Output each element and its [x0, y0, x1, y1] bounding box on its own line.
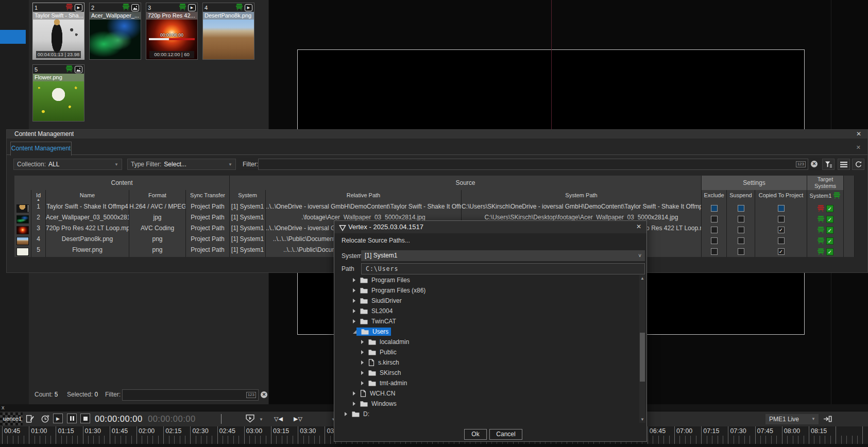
- tab-content-management[interactable]: Content Management: [10, 142, 72, 156]
- row-format[interactable]: AVC Coding: [129, 225, 186, 235]
- exclude-checkbox[interactable]: [711, 216, 718, 222]
- row-name[interactable]: DesertPano8k.png: [46, 235, 129, 246]
- pause-button[interactable]: [67, 414, 77, 423]
- tree-item-s-kirsch[interactable]: s.kirsch: [361, 357, 402, 368]
- row-pad[interactable]: [844, 235, 855, 246]
- row-suspend-cell[interactable]: [727, 235, 755, 246]
- row-suspend-cell[interactable]: [727, 214, 755, 225]
- row-system[interactable]: [1] System1: [230, 235, 266, 246]
- scrollbar-thumb[interactable]: [640, 333, 645, 382]
- cm-filter-input[interactable]: 123: [258, 159, 808, 170]
- sidebar-selected-marker[interactable]: [0, 30, 26, 44]
- chevron-down-icon[interactable]: ▼: [259, 417, 263, 422]
- tree-item-tmt-admin[interactable]: tmt-admin: [361, 378, 410, 388]
- clock-icon[interactable]: [41, 414, 50, 423]
- tree-item-siudidriver[interactable]: SiudiDriver: [353, 296, 404, 306]
- suspend-checkbox[interactable]: [738, 227, 744, 233]
- row-thumbnail[interactable]: [14, 246, 31, 257]
- row-copied-to-project-cell[interactable]: ✓: [755, 246, 807, 257]
- media-filter-clear-icon[interactable]: ✕: [261, 391, 267, 398]
- row-suspend-cell[interactable]: [727, 203, 755, 214]
- ok-button[interactable]: Ok: [464, 429, 487, 440]
- tree-expanded-icon[interactable]: [353, 330, 356, 334]
- row-suspend-cell[interactable]: [727, 225, 755, 235]
- row-copied-to-project-cell[interactable]: [755, 203, 807, 214]
- column-header-copied-to-project[interactable]: Copied To Project: [755, 190, 807, 203]
- row-system[interactable]: [1] System1: [230, 246, 266, 257]
- row-id[interactable]: 3: [31, 225, 46, 235]
- row-name[interactable]: Taylor Swift - Shake It Offmp4: [46, 203, 129, 214]
- column-header-icon[interactable]: [844, 190, 855, 203]
- column-header-system1[interactable]: System1: [807, 190, 844, 203]
- row-thumbnail[interactable]: [14, 214, 31, 225]
- row-target-system[interactable]: ✓: [807, 246, 844, 257]
- row-name[interactable]: 720p Pro Res 422 LT Loop.mp4: [46, 225, 129, 235]
- row-exclude-cell[interactable]: [702, 214, 727, 225]
- copied-to-project-checkbox[interactable]: [778, 205, 785, 212]
- cm-filter-clear-icon[interactable]: ✕: [811, 161, 818, 167]
- suspend-checkbox[interactable]: [738, 248, 744, 255]
- row-name[interactable]: Flower.png: [46, 246, 129, 257]
- tree-item-users[interactable]: Users: [353, 326, 391, 337]
- row-id[interactable]: 1: [31, 203, 46, 214]
- row-sync-transfer[interactable]: Project Path: [186, 225, 230, 235]
- media-tile[interactable]: 00:00:06:003▶720p Pro Res 42...00:00:12:…: [146, 3, 198, 60]
- tree-item-skirsch[interactable]: SKirsch: [361, 368, 403, 378]
- edit-sequence-icon[interactable]: [26, 414, 35, 423]
- column-header-suspend[interactable]: Suspend: [727, 190, 755, 203]
- copied-to-project-checkbox[interactable]: [778, 237, 785, 244]
- filter-funnel-icon[interactable]: [822, 159, 835, 170]
- row-pad[interactable]: [844, 225, 855, 235]
- dock-pin-icon[interactable]: [823, 415, 832, 423]
- numeric-filter-badge[interactable]: 123: [246, 392, 256, 398]
- row-sync-transfer[interactable]: Project Path: [186, 214, 230, 225]
- tree-item-public[interactable]: Public: [361, 347, 399, 357]
- row-id[interactable]: 4: [31, 235, 46, 246]
- cm-tab-close-icon[interactable]: ✕: [856, 144, 861, 150]
- cm-close-icon[interactable]: ✕: [856, 131, 861, 137]
- tree-item-wch-cn[interactable]: WCH.CN: [353, 388, 398, 399]
- column-header-exclude[interactable]: Exclude: [702, 190, 727, 203]
- row-pad[interactable]: [844, 203, 855, 214]
- row-target-system[interactable]: ✓: [807, 225, 844, 235]
- pme-live-dropdown[interactable]: PME1 Live ▼: [765, 414, 819, 424]
- row-exclude-cell[interactable]: [702, 235, 727, 246]
- row-pad[interactable]: [844, 246, 855, 257]
- column-header-id[interactable]: Id▲: [31, 190, 46, 203]
- row-target-system[interactable]: ✓: [807, 235, 844, 246]
- strip-close-icon[interactable]: x: [2, 404, 5, 410]
- tree-item-sl2004[interactable]: SL2004: [353, 306, 395, 316]
- column-header-system[interactable]: System: [230, 190, 266, 203]
- exclude-checkbox[interactable]: [711, 237, 718, 244]
- exclude-checkbox[interactable]: [711, 248, 718, 255]
- media-tile[interactable]: 5Flower.png: [32, 64, 84, 122]
- row-format[interactable]: png: [129, 235, 186, 246]
- row-format[interactable]: jpg: [129, 214, 186, 225]
- play-button[interactable]: ▶: [53, 414, 63, 423]
- refresh-icon[interactable]: [852, 159, 864, 170]
- copied-to-project-checkbox[interactable]: ✓: [778, 248, 785, 255]
- scroll-up-icon[interactable]: ▲: [639, 276, 645, 281]
- tree-item-d-[interactable]: D:: [345, 409, 372, 419]
- row-sync-transfer[interactable]: Project Path: [186, 235, 230, 246]
- row-system[interactable]: [1] System1: [230, 214, 266, 225]
- tree-item-program-files-x86-[interactable]: Program Files (x86): [353, 285, 428, 296]
- type-filter-dropdown[interactable]: Type Filter: Select... ▼: [127, 159, 236, 170]
- row-system[interactable]: [1] System1: [230, 203, 266, 214]
- exclude-checkbox[interactable]: [711, 227, 718, 233]
- tree-item-localadmin[interactable]: localadmin: [361, 337, 412, 347]
- numeric-filter-badge[interactable]: 123: [796, 161, 806, 167]
- row-id[interactable]: 2: [31, 214, 46, 225]
- media-tile[interactable]: 4▶DesertPano8k.png: [202, 3, 254, 60]
- sort-ascending-icon[interactable]: ▲: [33, 198, 43, 201]
- row-copied-to-project-cell[interactable]: ✓: [755, 225, 807, 235]
- suspend-checkbox[interactable]: [738, 205, 744, 212]
- cancel-button[interactable]: Cancel: [489, 429, 522, 440]
- tree-item-windows[interactable]: Windows: [353, 399, 399, 409]
- exclude-checkbox[interactable]: [711, 205, 718, 212]
- row-sync-transfer[interactable]: Project Path: [186, 203, 230, 214]
- suspend-checkbox[interactable]: [738, 216, 744, 222]
- row-exclude-cell[interactable]: [702, 246, 727, 257]
- tree-item-program-files[interactable]: Program Files: [353, 275, 413, 285]
- media-tile[interactable]: 2Acer_Wallpaper_...: [89, 3, 141, 60]
